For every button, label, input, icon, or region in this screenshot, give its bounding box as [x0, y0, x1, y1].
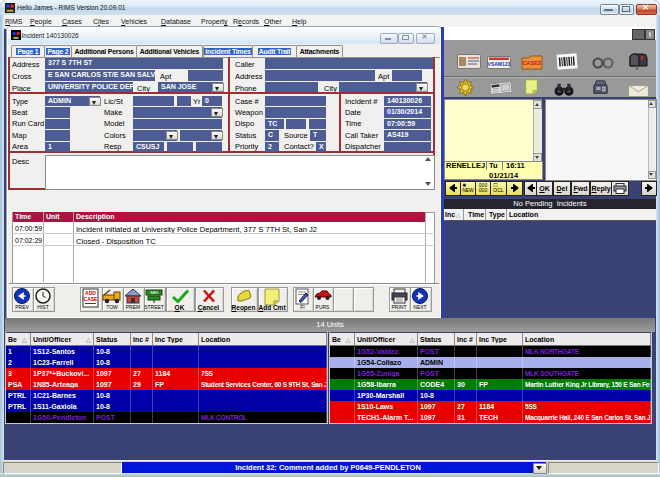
- svg-text:CASES: CASES: [523, 60, 542, 66]
- svg-text:SAN: SAN: [150, 290, 158, 295]
- svg-text:VSAM123: VSAM123: [488, 61, 511, 67]
- svg-text:CASE: CASE: [84, 296, 99, 302]
